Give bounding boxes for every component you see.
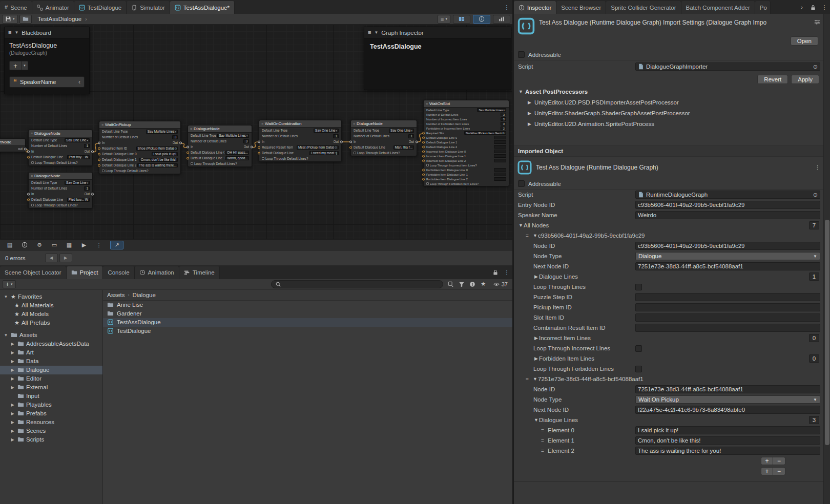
lock-panel-button[interactable] [490,266,501,279]
tab-po[interactable]: Po [755,1,771,14]
node-title-bar[interactable]: ≡DialogueNode [29,173,92,180]
node-number-field[interactable]: 3 [243,139,249,143]
presets-icon[interactable] [814,17,820,25]
tree-item-dialogue[interactable]: ▶Dialogue [0,366,102,374]
inspector-scrollbar[interactable] [823,14,830,504]
preview-button[interactable]: ▶ [77,241,91,249]
node-checkbox[interactable] [354,152,356,154]
data-input-port[interactable] [98,153,100,155]
checkbox[interactable] [635,345,642,352]
toggle-preview-button[interactable] [493,15,510,24]
tab-inspector[interactable]: Inspector [514,1,556,14]
graph-canvas[interactable]: ≡StartNodeout≡DialogueNodeDefault Line T… [0,25,512,239]
output-port[interactable] [91,193,94,195]
node-object-field[interactable]: SlotWire (Pickup Item Gen)⊙ [464,131,506,135]
foldout-closed-arrow-icon[interactable]: ▶ [10,429,15,433]
node-checkbox[interactable] [31,161,34,164]
foldout-incorrect-item-lines[interactable]: ▶Incorrect Item Lines0 [514,333,823,343]
tab-timeline[interactable]: Timeline [179,266,220,279]
tree-item-favorites[interactable]: ▼★Favorites [0,292,102,301]
data-input-port[interactable] [422,169,425,171]
tab-batch-component-adder[interactable]: Batch Component Adder [681,1,755,14]
node-text-field[interactable] [494,136,506,139]
grid-toggle-button[interactable]: ▦ [63,241,76,249]
breadcrumb-item[interactable]: TestAssDialogue [38,16,82,22]
node-title-bar[interactable]: ≡StartNode [0,139,25,146]
asset-item-gardener[interactable]: Gardener [103,309,512,318]
create-asset-button[interactable]: +▾ [3,280,16,288]
add-property-dropdown-arrow[interactable]: ▾ [22,61,28,70]
data-input-port[interactable] [422,173,425,176]
graph-options-button[interactable]: ≡▾ [438,15,450,24]
output-port[interactable] [24,148,27,150]
node-text-field[interactable] [494,173,506,176]
node-number-field[interactable]: 3 [501,113,506,116]
object-picker-icon[interactable]: ⊙ [813,64,818,70]
next-error-button[interactable]: ▶ [59,254,72,262]
foldout-dialogue-lines[interactable]: ▶Dialogue Lines1 [514,271,823,282]
data-input-port[interactable] [98,147,100,150]
output-port[interactable] [251,145,253,148]
node-text-field[interactable] [494,150,506,153]
blackboard-header[interactable]: ≡ ▼ Blackboard [5,27,89,38]
tab-scroll-button[interactable]: › [796,1,807,14]
node-checkbox[interactable] [426,164,429,166]
dropdown-field[interactable]: Dialogue▼ [635,252,820,260]
node-checkbox[interactable] [426,182,429,185]
text-field[interactable] [635,303,820,311]
more-options-button[interactable]: ⋮ [92,241,106,249]
input-port[interactable] [349,140,352,143]
tab-scene-browser[interactable]: Scene Browser [556,1,606,14]
console-panel-button[interactable]: ▤ [3,241,16,249]
node-dropdown[interactable]: Say Multiple Lines▾ [477,108,506,112]
drag-handle-icon[interactable]: = [526,233,532,239]
data-input-port[interactable] [422,159,425,162]
graph-inspector-panel[interactable]: ≡ ▼ Graph Inspector TestAssDialogue [364,27,511,90]
log-filter-button[interactable] [467,280,478,288]
add-property-button[interactable]: + [9,61,22,70]
tree-item-editor[interactable]: ▶Editor [0,374,102,383]
data-input-port[interactable] [27,198,30,201]
foldout-closed-arrow-icon[interactable]: ▶ [10,342,15,346]
graph-node-dialoguenode-1[interactable]: ≡DialogueNodeDefault Line TypeSay One Li… [28,130,93,166]
breadcrumb-assets[interactable]: Assets [107,292,125,298]
tab-testdialogue[interactable]: TestDialogue [74,1,127,14]
foldout-closed-arrow-icon[interactable]: ▶ [10,376,15,381]
node-text-field[interactable]: I said pick it up! [152,152,178,156]
graph-node-dialoguenode-6[interactable]: ≡DialogueNodeDefault Line TypeSay One Li… [350,120,417,156]
data-input-port[interactable] [422,150,425,153]
array-size-field[interactable]: 3 [809,416,819,424]
apply-button[interactable]: Apply [791,75,819,84]
breadcrumb-dialogue[interactable]: Dialogue [133,292,156,298]
input-port[interactable] [98,141,100,144]
node-title-bar[interactable]: ≡WaitOnPickup [99,121,180,129]
node-text-field[interactable] [494,140,506,144]
graph-breadcrumb[interactable]: TestAssDialogue › [33,16,92,22]
data-input-port[interactable] [349,146,352,149]
node-text-field[interactable]: I need my meat :( [309,151,339,155]
blackboard-panel[interactable]: ≡ ▼ Blackboard TestAssDialogue (Dialogue… [4,27,90,94]
remove-element-button[interactable]: − [773,467,785,475]
foldout-closed-arrow-icon[interactable]: ▶ [10,350,15,355]
node-dropdown[interactable]: Say One Line▾ [65,138,90,142]
dropdown-field[interactable]: Wait On Pickup▼ [635,395,820,404]
project-search-field[interactable] [271,280,443,288]
drag-handle-icon[interactable]: = [541,428,548,433]
tree-item-assets[interactable]: ▼Assets [0,331,102,340]
node-text-field[interactable]: Psst boy... W [67,155,90,159]
search-input[interactable] [284,281,439,287]
input-port[interactable] [27,193,30,195]
graph-node-waitonpickup-3[interactable]: ≡WaitOnPickupDefault Line TypeSay Multip… [99,121,181,174]
tab-scene[interactable]: #Scene [0,1,32,14]
input-port[interactable] [186,145,189,148]
foldout-closed-arrow-icon[interactable]: ▶ [10,359,15,364]
drag-handle-icon[interactable]: = [541,438,548,444]
node-title-bar[interactable]: ≡DialogueNode [29,130,92,137]
node-number-field[interactable]: 1 [84,144,90,148]
node-entry-foldout[interactable]: =▼7251e73e-38d3-44ff-a8c5-bcf54088aaf1 [514,374,823,384]
foldout-closed-arrow-icon[interactable]: ▶ [10,420,15,425]
node-text-field[interactable]: Man, tha f... [393,145,414,150]
text-field[interactable]: c93b5606-401f-49a2-99b5-9ecbf1fa9c29 [635,201,820,209]
node-number-field[interactable]: 1 [84,186,90,191]
node-dropdown[interactable]: Say One Line▾ [389,129,414,133]
